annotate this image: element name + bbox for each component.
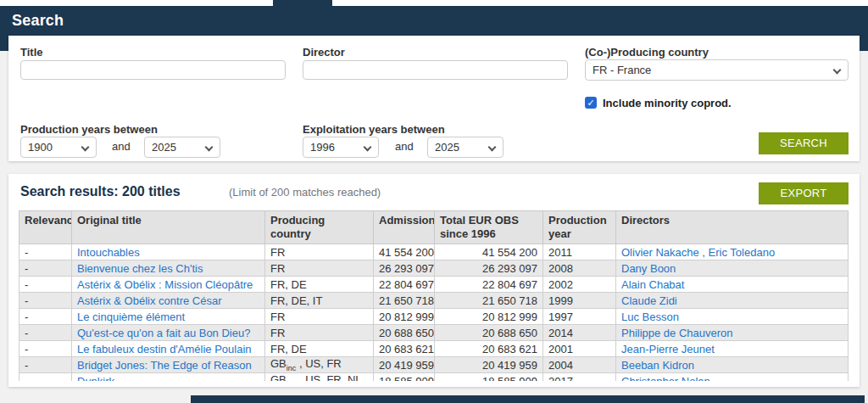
director-link[interactable]: Christopher Nolan <box>621 375 710 382</box>
production-year-from-value: 1900 <box>28 141 53 154</box>
relevance-cell: - <box>19 325 72 341</box>
minority-coprod-checkbox[interactable]: ✓ <box>585 97 597 109</box>
exploitation-year-to-value: 2025 <box>435 141 459 154</box>
country-cell: FR <box>265 325 374 341</box>
check-icon: ✓ <box>587 98 594 108</box>
production-years-label: Production years between <box>20 123 158 136</box>
total-eur-obs-cell: 20 419 959 <box>435 357 543 373</box>
page-title: Search <box>12 6 64 36</box>
results-limit-note: (Limit of 200 matches reached) <box>229 186 381 199</box>
table-row: -Bridget Jones: The Edge of ReasonGBinc … <box>19 357 849 373</box>
director-input[interactable] <box>303 60 568 80</box>
title-cell: Dunkirk <box>72 373 265 382</box>
director-link[interactable]: Alain Chabat <box>621 278 684 291</box>
admissions-cell: 22 804 697 <box>374 277 435 293</box>
production-year-cell: 2008 <box>543 260 616 277</box>
search-form-card: Title Director (Co-)Producing country FR… <box>8 36 860 161</box>
movie-title-link[interactable]: Dunkirk <box>77 375 114 382</box>
minority-coprod-label: Include minority coprod. <box>603 97 732 109</box>
country-cell: FR <box>265 244 374 260</box>
chevron-down-icon <box>364 143 372 152</box>
exploitation-year-to-select[interactable]: 2025 <box>427 137 504 158</box>
movie-title-link[interactable]: Bienvenue chez les Ch'tis <box>77 262 203 275</box>
directors-cell: Christopher Nolan <box>616 373 849 382</box>
relevance-cell: - <box>19 293 72 309</box>
director-link[interactable]: Claude Zidi <box>621 294 677 307</box>
production-year-cell: 2011 <box>543 244 616 260</box>
country-cell: GBinc , US, FR, NL <box>265 373 374 382</box>
total-eur-obs-cell: 41 554 200 <box>435 244 543 260</box>
director-link[interactable]: Dany Boon <box>621 262 676 275</box>
directors-cell: Olivier Nakache , Eric Toledano <box>616 244 849 260</box>
title-cell: Astérix & Obélix contre César <box>72 293 265 309</box>
chevron-down-icon <box>81 143 90 152</box>
directors-cell: Dany Boon <box>616 260 849 277</box>
table-row: -Le cinquième élémentFR20 812 99920 812 … <box>19 309 849 325</box>
directors-cell: Luc Besson <box>616 309 849 325</box>
production-year-cell: 1999 <box>543 293 616 309</box>
country-cell: FR, DE <box>265 341 374 357</box>
production-year-cell: 2014 <box>543 325 616 341</box>
total-eur-obs-cell: 20 812 999 <box>435 309 543 325</box>
and-label: and <box>395 140 414 153</box>
relevance-cell: - <box>19 244 72 260</box>
column-header: Producing country <box>265 211 374 244</box>
admissions-cell: 41 554 200 <box>374 244 435 260</box>
relevance-cell: - <box>19 309 72 325</box>
chevron-down-icon <box>205 143 214 152</box>
footer-bar <box>191 395 865 403</box>
search-results-card: Search results: 200 titles (Limit of 200… <box>8 174 860 387</box>
results-table-wrapper: RelevanceOriginal titleProducing country… <box>19 210 849 381</box>
title-cell: Le fabuleux destin d'Amélie Poulain <box>72 341 265 357</box>
movie-title-link[interactable]: Qu'est-ce qu'on a fait au Bon Dieu? <box>77 327 250 339</box>
admissions-cell: 20 688 650 <box>374 325 435 341</box>
search-button[interactable]: SEARCH <box>759 132 849 154</box>
admissions-cell: 20 683 621 <box>374 341 435 357</box>
chevron-down-icon <box>833 66 842 75</box>
movie-title-link[interactable]: Astérix & Obélix contre César <box>77 294 222 307</box>
directors-cell: Jean-Pierre Jeunet <box>616 341 849 357</box>
production-year-cell: 2017 <box>543 373 616 382</box>
total-eur-obs-cell: 18 585 909 <box>435 373 543 382</box>
movie-title-link[interactable]: Bridget Jones: The Edge of Reason <box>77 359 252 372</box>
exploitation-year-from-select[interactable]: 1996 <box>303 137 379 158</box>
column-header: Relevance <box>19 211 72 244</box>
table-row: -Le fabuleux destin d'Amélie PoulainFR, … <box>19 341 849 357</box>
movie-title-link[interactable]: Le fabuleux destin d'Amélie Poulain <box>77 343 252 355</box>
movie-title-link[interactable]: Astérix & Obélix : Mission Cléopâtre <box>77 278 253 291</box>
director-link[interactable]: Beeban Kidron <box>621 359 694 372</box>
movie-title-link[interactable]: Intouchables <box>77 246 140 259</box>
chevron-down-icon <box>488 143 497 152</box>
title-input[interactable] <box>20 60 286 80</box>
relevance-cell: - <box>19 341 72 357</box>
table-row: -DunkirkGBinc , US, FR, NL18 585 90918 5… <box>19 373 849 382</box>
total-eur-obs-cell: 26 293 097 <box>435 260 543 277</box>
total-eur-obs-cell: 22 804 697 <box>435 277 543 293</box>
relevance-cell: - <box>19 357 72 373</box>
director-link[interactable]: Luc Besson <box>621 311 679 323</box>
production-year-cell: 2004 <box>543 357 616 373</box>
title-cell: Bridget Jones: The Edge of Reason <box>72 357 265 373</box>
director-label: Director <box>303 46 345 59</box>
title-cell: Astérix & Obélix : Mission Cléopâtre <box>72 277 265 293</box>
directors-cell: Alain Chabat <box>616 277 849 293</box>
country-cell: FR <box>265 260 374 277</box>
admissions-cell: 21 650 718 <box>374 293 435 309</box>
results-title: Search results: 200 titles <box>20 184 181 199</box>
title-cell: Bienvenue chez les Ch'tis <box>72 260 265 277</box>
active-nav-tab[interactable] <box>273 0 332 6</box>
director-link[interactable]: Jean-Pierre Jeunet <box>621 343 715 355</box>
production-year-to-select[interactable]: 2025 <box>144 137 220 158</box>
producing-country-select[interactable]: FR - France <box>585 59 849 81</box>
producing-country-value: FR - France <box>593 64 651 76</box>
production-year-cell: 1997 <box>543 309 616 325</box>
movie-title-link[interactable]: Le cinquième élément <box>77 311 185 323</box>
admissions-cell: 20 419 959 <box>374 357 435 373</box>
production-year-from-select[interactable]: 1900 <box>20 137 97 158</box>
title-label: Title <box>20 46 43 59</box>
column-header: Original title <box>72 211 265 244</box>
director-link[interactable]: Philippe de Chauveron <box>621 327 733 339</box>
title-cell: Le cinquième élément <box>72 309 265 325</box>
director-link[interactable]: Olivier Nakache , Eric Toledano <box>621 246 775 259</box>
export-button[interactable]: EXPORT <box>759 182 849 204</box>
